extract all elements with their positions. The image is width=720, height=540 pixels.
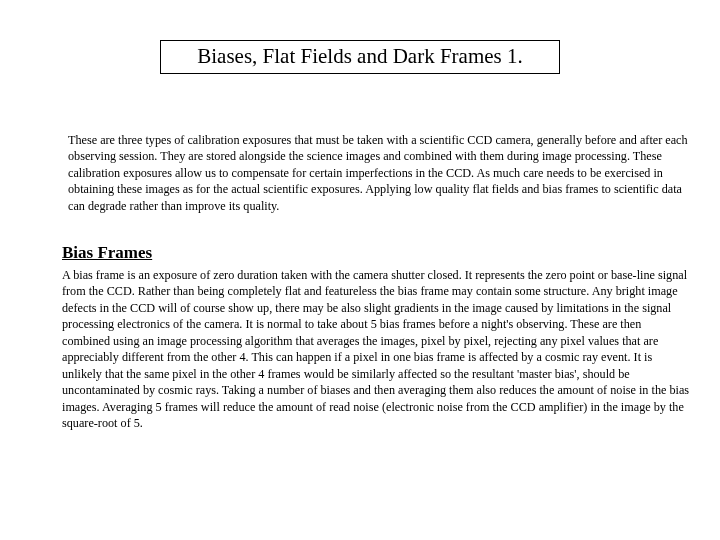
section-body-bias-frames: A bias frame is an exposure of zero dura… xyxy=(62,267,692,432)
page-title: Biases, Flat Fields and Dark Frames 1. xyxy=(160,40,560,74)
intro-paragraph: These are three types of calibration exp… xyxy=(68,132,690,214)
section-heading-bias-frames: Bias Frames xyxy=(62,243,152,263)
slide: Biases, Flat Fields and Dark Frames 1. T… xyxy=(0,0,720,540)
